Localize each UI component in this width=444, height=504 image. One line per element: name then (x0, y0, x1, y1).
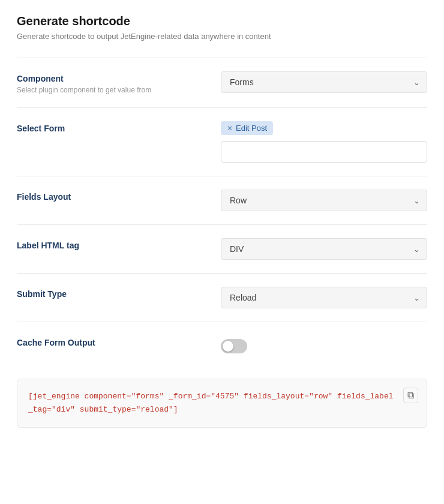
form-search-input[interactable] (221, 141, 427, 163)
tag-remove-icon[interactable]: ✕ (227, 124, 233, 133)
cache-toggle[interactable] (221, 339, 247, 353)
page-title: Generate shortcode (17, 14, 427, 28)
label-html-tag-label: Label HTML tag (17, 241, 209, 250)
fields-layout-select-wrapper: Row Column ⌄ (221, 190, 427, 211)
cache-form-output-label-group: Cache Form Output (17, 335, 209, 350)
submit-type-label: Submit Type (17, 289, 209, 299)
cache-form-output-label: Cache Form Output (17, 338, 209, 347)
select-form-field: Select Form ✕ Edit Post (17, 107, 427, 176)
component-label: Component (17, 74, 209, 83)
label-html-tag-field: Label HTML tag DIV SPAN P H2 H3 H4 ⌄ (17, 224, 427, 273)
tag-label: Edit Post (236, 124, 267, 133)
component-control: Forms Listings Query Builder Profile Bui… (221, 71, 427, 93)
component-field: Component Select plugin component to get… (17, 58, 427, 107)
toggle-thumb (223, 341, 233, 352)
fields-layout-field: Fields Layout Row Column ⌄ (17, 176, 427, 224)
label-html-tag-control: DIV SPAN P H2 H3 H4 ⌄ (221, 238, 427, 260)
component-desc: Select plugin component to get value fro… (17, 86, 209, 94)
submit-type-field: Submit Type Reload AJAX ⌄ (17, 273, 427, 322)
submit-type-label-group: Submit Type (17, 287, 209, 301)
tag-edit-post[interactable]: ✕ Edit Post (221, 121, 273, 135)
toggle-wrapper[interactable] (221, 335, 427, 353)
label-html-tag-label-group: Label HTML tag (17, 238, 209, 253)
component-label-group: Component Select plugin component to get… (17, 71, 209, 94)
cache-form-output-field: Cache Form Output (17, 322, 427, 367)
select-form-control: ✕ Edit Post (221, 121, 427, 163)
fields-layout-label: Fields Layout (17, 192, 209, 202)
fields-layout-label-group: Fields Layout (17, 190, 209, 204)
code-output-text: [jet_engine component="forms" _form_id="… (28, 392, 394, 414)
page-subtitle: Generate shortcode to output JetEngine-r… (17, 32, 427, 41)
copy-button[interactable]: ⧉ (403, 388, 418, 403)
tag-container: ✕ Edit Post (221, 121, 427, 135)
component-select-wrapper: Forms Listings Query Builder Profile Bui… (221, 71, 427, 93)
select-form-label-group: Select Form (17, 121, 209, 136)
code-output-block: [jet_engine component="forms" _form_id="… (17, 379, 427, 428)
submit-type-select-wrapper: Reload AJAX ⌄ (221, 287, 427, 308)
submit-type-control: Reload AJAX ⌄ (221, 287, 427, 308)
component-select[interactable]: Forms Listings Query Builder Profile Bui… (221, 71, 427, 93)
fields-layout-select[interactable]: Row Column (221, 190, 427, 211)
select-form-label: Select Form (17, 124, 209, 133)
copy-icon: ⧉ (407, 390, 414, 400)
submit-type-select[interactable]: Reload AJAX (221, 287, 427, 308)
label-html-tag-select-wrapper: DIV SPAN P H2 H3 H4 ⌄ (221, 238, 427, 260)
fields-layout-control: Row Column ⌄ (221, 190, 427, 211)
label-html-tag-select[interactable]: DIV SPAN P H2 H3 H4 (221, 238, 427, 260)
cache-form-output-control (221, 335, 427, 353)
